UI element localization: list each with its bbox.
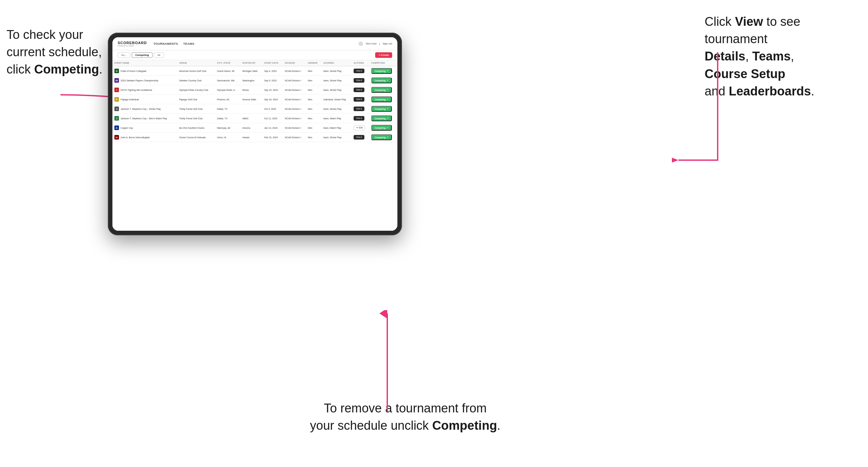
annotation-text: click (6, 62, 34, 76)
create-button[interactable]: + Create (375, 52, 392, 58)
event-name: OFCC Fighting Illini Invitational (121, 89, 152, 91)
competing-badge[interactable]: Competing (371, 87, 392, 93)
gender-cell: Men (306, 76, 321, 85)
annotation-bottom: To remove a tournament from your schedul… (281, 400, 529, 434)
team-logo: J (114, 116, 119, 121)
sign-out-link[interactable]: Sign out (383, 42, 392, 45)
bottom-arrow (377, 310, 397, 415)
event-name-cell: H John A. Burns Intercollegiate (113, 133, 177, 142)
table-row: A Copper Cup Ak-Chin Southern DunesMaric… (113, 123, 397, 133)
view-button[interactable]: View ℹ (353, 88, 364, 92)
col-event-name: EVENT NAME (113, 60, 177, 66)
col-hosted: HOSTED BY (241, 60, 262, 66)
event-name-cell: P Papago Individual (113, 95, 177, 104)
gender-cell: Men (306, 104, 321, 114)
tab-home[interactable]: Ho... (118, 52, 130, 58)
competing-cell: Competing (369, 123, 397, 133)
tab-competing[interactable]: Competing (132, 52, 153, 58)
event-name: Papago Individual (121, 98, 139, 101)
col-scoring: SCORING (321, 60, 352, 66)
city-cell: Grand Haven, MI (215, 66, 241, 76)
view-button[interactable]: View ℹ (353, 116, 364, 121)
division-cell: NCAA Division I (283, 123, 306, 133)
user-label: Test User (366, 42, 377, 45)
col-gender: GENDER (306, 60, 321, 66)
city-cell: Dallas, TX (215, 114, 241, 123)
nav-separator: | (379, 42, 380, 45)
view-button[interactable]: View ℹ (353, 78, 364, 83)
city-cell: Lihue, HI (215, 133, 241, 142)
view-button[interactable]: View ℹ (353, 106, 364, 111)
nav-right: Test User | Sign out (359, 41, 392, 46)
nav-bar: SCOREBOARD Powered by clippd TOURNAMENTS… (113, 37, 397, 50)
action-cell: View ℹ (352, 133, 369, 142)
view-button[interactable]: View ℹ (353, 135, 364, 139)
annotation-text: To check your (6, 28, 83, 41)
event-name: Folds of Honor Collegiate (121, 70, 147, 72)
event-name-cell: A Copper Cup (113, 123, 177, 133)
annotation-bold: Competing (432, 418, 497, 432)
logo-sub: Powered by clippd (118, 45, 147, 47)
tournaments-table: EVENT NAME VENUE CITY, STATE HOSTED BY S… (113, 60, 397, 142)
toolbar: Ho... Competing All + Create (113, 50, 397, 60)
tablet-device: SCOREBOARD Powered by clippd TOURNAMENTS… (108, 33, 402, 235)
team-logo: A (114, 125, 119, 130)
competing-badge[interactable]: Competing (371, 106, 392, 112)
table-body: S Folds of Honor Collegiate American Dun… (113, 66, 397, 142)
start-date-cell: Sep 9, 2023 (262, 76, 283, 85)
competing-badge[interactable]: Competing (371, 134, 392, 140)
competing-badge[interactable]: Competing (371, 115, 392, 121)
team-logo: S (114, 69, 119, 73)
venue-cell: Olympia Fields Country Club (177, 85, 215, 95)
nav-links: TOURNAMENTS TEAMS (153, 42, 358, 45)
user-icon (359, 41, 363, 46)
hosted-cell (241, 104, 262, 114)
venue-cell: Trinity Forest Golf Club (177, 114, 215, 123)
city-cell: Olympia Fields, IL (215, 85, 241, 95)
start-date-cell: Sep 15, 2023 (262, 85, 283, 95)
event-name-cell: J Jackson T. Stephens Cup – Men's Match … (113, 114, 177, 123)
division-cell: NCAA Division I (283, 104, 306, 114)
annotation-top-right: Click View to see tournament Details, Te… (705, 13, 862, 100)
logo-title: SCOREBOARD (118, 41, 147, 45)
annotation-text: , (790, 49, 794, 63)
start-date-cell: Feb 15, 2024 (262, 133, 283, 142)
competing-badge[interactable]: Competing (371, 68, 392, 74)
nav-link-teams[interactable]: TEAMS (183, 42, 194, 45)
action-cell: View ℹ (352, 114, 369, 123)
hosted-cell: Hawaii (241, 133, 262, 142)
action-cell: ✏ Edit (352, 123, 369, 133)
annotation-bold: Leaderboards (729, 84, 811, 98)
nav-link-tournaments[interactable]: TOURNAMENTS (153, 42, 178, 45)
annotation-text: to see (763, 15, 800, 28)
hosted-cell: Washington (241, 76, 262, 85)
start-date-cell: Jan 14, 2024 (262, 123, 283, 133)
team-logo: I (114, 88, 119, 92)
venue-cell: Trinity Forest Golf Club (177, 104, 215, 114)
action-cell: View ℹ (352, 76, 369, 85)
col-start: START DATE (262, 60, 283, 66)
table-row: S Folds of Honor Collegiate American Dun… (113, 66, 397, 76)
competing-badge[interactable]: Competing (371, 96, 392, 102)
annotation-text: . (811, 84, 814, 98)
action-cell: View ℹ (352, 104, 369, 114)
view-button[interactable]: View ℹ (353, 97, 364, 102)
start-date-cell: Oct 9, 2023 (262, 104, 283, 114)
competing-cell: Competing (369, 114, 397, 123)
scoring-cell: individual, Stroke Play (321, 95, 352, 104)
gender-cell: Men (306, 114, 321, 123)
view-button[interactable]: View ℹ (353, 69, 364, 73)
competing-cell: Competing (369, 133, 397, 142)
hosted-cell: ABAC (241, 114, 262, 123)
action-cell: View ℹ (352, 85, 369, 95)
competing-badge[interactable]: Competing (371, 77, 392, 83)
tab-all[interactable]: All (154, 52, 164, 58)
competing-badge[interactable]: Competing (371, 125, 392, 131)
event-name: Jackson T. Stephens Cup – Stroke Play (121, 108, 161, 110)
col-competing: COMPETING (369, 60, 397, 66)
gender-cell: Men (306, 66, 321, 76)
annotation-text: tournament (705, 32, 767, 46)
edit-button[interactable]: ✏ Edit (353, 125, 365, 130)
division-cell: NCAA Division I (283, 95, 306, 104)
table-row: J Jackson T. Stephens Cup – Stroke Play … (113, 104, 397, 114)
